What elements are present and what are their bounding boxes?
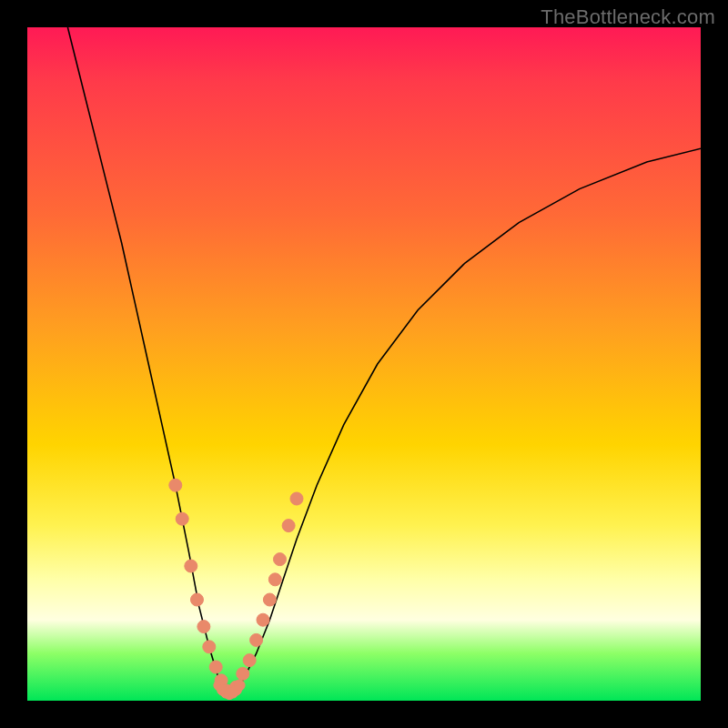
- chart-svg: [27, 27, 701, 701]
- marker-dot: [257, 613, 269, 626]
- outer-frame: TheBottleneck.com: [0, 0, 728, 728]
- watermark-text: TheBottleneck.com: [541, 5, 715, 29]
- curve-right-branch: [229, 148, 701, 693]
- marker-dot: [169, 479, 182, 491]
- marker-dot: [290, 492, 303, 505]
- markers-left-branch: [169, 479, 233, 697]
- marker-dot: [185, 560, 197, 572]
- marker-dot: [234, 680, 245, 691]
- curve-left-branch: [67, 27, 229, 694]
- marker-dot: [209, 661, 222, 673]
- marker-dot: [282, 520, 295, 532]
- marker-dot: [263, 593, 276, 606]
- marker-dot: [274, 553, 287, 566]
- plot-area: [27, 27, 701, 701]
- markers-right-branch: [229, 492, 303, 693]
- marker-dot: [237, 667, 249, 680]
- marker-dot: [176, 512, 188, 525]
- markers-valley: [214, 680, 245, 700]
- marker-dot: [268, 573, 281, 586]
- marker-dot: [197, 621, 210, 633]
- marker-dot: [243, 654, 256, 667]
- marker-dot: [190, 593, 203, 606]
- marker-dot: [250, 633, 263, 646]
- marker-dot: [203, 641, 216, 653]
